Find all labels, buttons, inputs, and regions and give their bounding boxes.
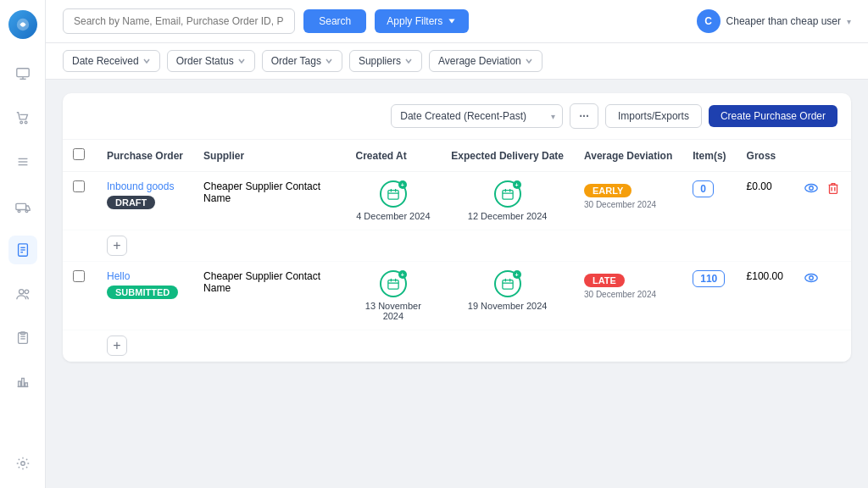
chevron-down-icon (404, 57, 413, 65)
row2-created-at-badge: + (398, 270, 407, 279)
search-button[interactable]: Search (303, 9, 366, 33)
row2-status-badge: SUBMITTED (107, 286, 178, 299)
row1-delivery-date: 12 December 2024 (468, 211, 548, 221)
row2-delivery-date: 19 November 2024 (468, 301, 548, 311)
row2-supplier-name: Cheaper Supplier Contact Name (203, 270, 320, 294)
sidebar-item-chart[interactable] (8, 368, 37, 396)
svg-point-36 (810, 186, 814, 191)
row2-gross-value: £100.00 (747, 270, 783, 282)
app-logo[interactable] (8, 10, 37, 39)
imports-exports-button[interactable]: Imports/Exports (605, 104, 702, 128)
row2-expected-delivery-cell: + 19 November 2024 (441, 262, 574, 330)
add-row-1-button[interactable]: + (107, 236, 127, 256)
header-avg-deviation: Average Deviation (574, 140, 682, 172)
row1-created-at-icon[interactable]: + (380, 180, 407, 208)
svg-rect-31 (502, 191, 512, 200)
sidebar (0, 0, 46, 488)
row2-po-name[interactable]: Hello (107, 270, 130, 282)
row2-view-icon[interactable] (804, 270, 819, 288)
svg-rect-44 (502, 280, 512, 290)
search-input[interactable] (63, 8, 295, 34)
row1-items-cell: 0 (682, 172, 736, 230)
svg-point-4 (19, 121, 22, 124)
user-avatar: C (697, 9, 721, 33)
table-row-add-1: + (63, 230, 851, 262)
sidebar-item-settings[interactable] (8, 449, 37, 478)
svg-point-16 (19, 290, 23, 294)
user-name-label: Cheaper than cheap user (726, 15, 841, 27)
sidebar-item-cart[interactable] (8, 103, 37, 132)
svg-rect-37 (829, 185, 837, 193)
select-all-checkbox[interactable] (73, 148, 85, 160)
row1-expected-delivery-cell: + 12 December 2024 (441, 172, 574, 230)
row2-created-at-date: 13 November 2024 (355, 301, 431, 321)
more-options-button[interactable]: ··· (570, 103, 598, 129)
svg-point-10 (18, 210, 20, 213)
sidebar-item-monitor[interactable] (8, 59, 37, 88)
svg-rect-27 (388, 191, 398, 200)
sort-select-wrap: Date Created (Recent-Past) Date Created … (391, 104, 563, 128)
filter-date-received[interactable]: Date Received (63, 50, 160, 72)
row1-avg-deviation-badge: EARLY (584, 184, 632, 197)
row2-delivery-icon[interactable]: + (494, 270, 521, 297)
chevron-down-icon (447, 16, 457, 26)
row1-gross-cell: £0.00 (737, 172, 793, 230)
header-actions (793, 140, 851, 172)
header-expected-delivery: Expected Delivery Date (441, 140, 574, 172)
row1-supplier-cell: Cheaper Supplier Contact Name (193, 172, 345, 230)
row2-po-cell: Hello SUBMITTED (97, 262, 193, 330)
row1-supplier-name: Cheaper Supplier Contact Name (203, 180, 320, 204)
table-toolbar: Date Created (Recent-Past) Date Created … (63, 93, 851, 140)
calendar-icon (387, 278, 399, 290)
add-row-2-button[interactable]: + (107, 336, 127, 356)
row2-items-count: 110 (693, 270, 725, 287)
row1-created-at-date: 4 December 2024 (356, 211, 430, 221)
row1-created-at-cell: + 4 December 2024 (345, 172, 441, 230)
svg-rect-23 (18, 381, 20, 386)
row1-po-name[interactable]: Inbound goods (107, 180, 174, 192)
svg-rect-9 (15, 203, 25, 209)
row2-created-at-icon[interactable]: + (380, 270, 407, 297)
row2-avg-deviation-date: 30 December 2024 (584, 290, 656, 299)
svg-rect-25 (25, 383, 27, 387)
row2-avg-deviation-cell: LATE 30 December 2024 (574, 262, 682, 330)
row1-delivery-icon[interactable]: + (494, 180, 521, 208)
filter-order-status[interactable]: Order Status (167, 50, 255, 72)
user-chevron-icon: ▾ (847, 17, 851, 26)
svg-rect-40 (388, 280, 398, 290)
chevron-down-icon (325, 57, 333, 65)
row1-checkbox[interactable] (73, 180, 85, 192)
user-menu[interactable]: C Cheaper than cheap user ▾ (697, 9, 851, 33)
svg-point-26 (20, 462, 25, 466)
row1-view-icon[interactable] (804, 180, 819, 198)
row2-actions-cell (793, 262, 851, 330)
row2-created-at-cell: + 13 November 2024 (345, 262, 441, 330)
row2-checkbox[interactable] (73, 270, 85, 282)
sidebar-item-truck[interactable] (8, 191, 37, 220)
table-row: Hello SUBMITTED Cheaper Supplier Contact… (63, 262, 851, 330)
main-content: Search Apply Filters C Cheaper than chea… (46, 0, 868, 488)
header-created-at: Created At (345, 140, 441, 172)
svg-rect-1 (16, 69, 28, 77)
row1-delete-icon[interactable] (826, 180, 841, 198)
apply-filters-button[interactable]: Apply Filters (375, 9, 469, 33)
row2-supplier-cell: Cheaper Supplier Contact Name (193, 262, 345, 330)
row1-gross-value: £0.00 (747, 180, 772, 192)
filter-order-tags[interactable]: Order Tags (262, 50, 342, 72)
sidebar-item-users[interactable] (8, 280, 37, 308)
svg-point-49 (810, 276, 814, 280)
filter-suppliers[interactable]: Suppliers (349, 50, 422, 72)
header-supplier: Supplier (193, 140, 345, 172)
filter-bar: Date Received Order Status Order Tags Su… (46, 43, 868, 80)
table-row: Inbound goods DRAFT Cheaper Supplier Con… (63, 172, 851, 230)
chevron-down-icon (142, 57, 151, 65)
sidebar-item-document[interactable] (8, 236, 37, 264)
sort-select[interactable]: Date Created (Recent-Past) Date Created … (392, 105, 544, 127)
sort-chevron-icon: ▾ (544, 107, 562, 126)
filter-average-deviation[interactable]: Average Deviation (429, 50, 542, 72)
row2-items-cell: 110 (682, 262, 736, 330)
create-purchase-order-button[interactable]: Create Purchase Order (709, 105, 837, 127)
sidebar-item-list[interactable] (8, 147, 37, 176)
sidebar-item-clipboard[interactable] (8, 324, 37, 352)
header-purchase-order: Purchase Order (97, 140, 193, 172)
